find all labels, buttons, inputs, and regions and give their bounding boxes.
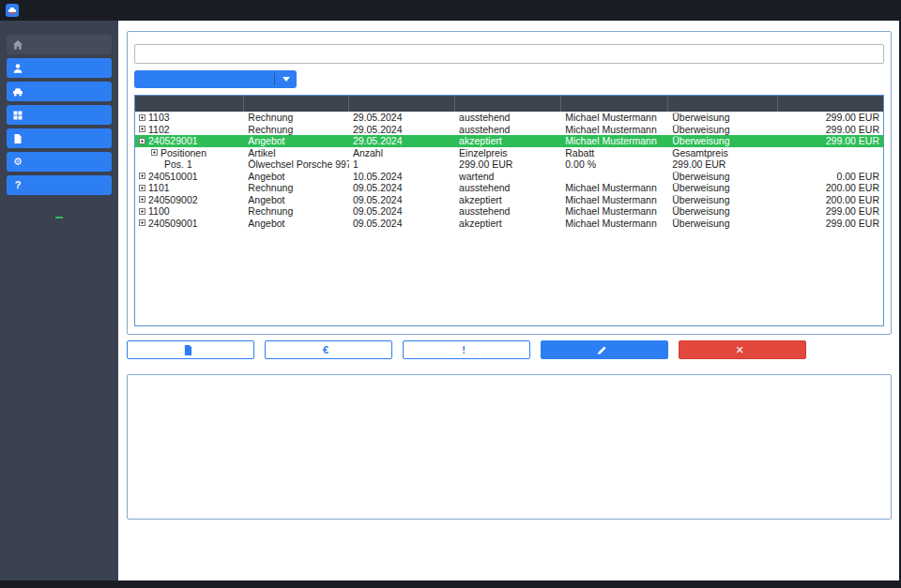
expander-icon[interactable]: [139, 208, 145, 215]
cell-payment-method: Überweisung: [668, 182, 778, 194]
table-body: 1103 Rechnung 29.05.2024 ausstehend Mich…: [135, 112, 883, 229]
cell-date: 09.05.2024: [349, 218, 455, 230]
table-row[interactable]: 240509001 Angebot 09.05.2024 akzeptiert …: [135, 218, 883, 230]
cell-document-number: 1103: [148, 112, 170, 123]
accept-button[interactable]: €: [265, 340, 392, 359]
cell-document-type: Rechnung: [244, 182, 349, 194]
expander-icon[interactable]: [139, 219, 145, 226]
car-icon: [12, 86, 23, 98]
cell-document-number: 240509002: [148, 194, 198, 205]
cell-amount: 200.00 EUR: [778, 194, 883, 206]
sidebar-header: [0, 21, 118, 33]
sidebar-item-ueber-hilfe[interactable]: ?: [7, 175, 112, 195]
cell-payment-method: Überweisung: [668, 112, 778, 124]
table-row[interactable]: 240509002 Angebot 09.05.2024 akzeptiert …: [135, 194, 883, 206]
status-filter-dropdown[interactable]: [134, 70, 297, 88]
expander-icon[interactable]: [139, 173, 145, 179]
cell-date: 1: [349, 158, 455, 171]
expander-icon[interactable]: [151, 149, 158, 156]
sidebar-item-fahrzeuge[interactable]: [7, 82, 112, 101]
expander-icon[interactable]: [139, 138, 145, 144]
close-button[interactable]: [871, 0, 901, 21]
column-header[interactable]: [135, 96, 244, 112]
cell-amount: 299.00 EUR: [778, 218, 883, 230]
cell-document-type: Rechnung: [244, 205, 349, 218]
window-footer: [0, 580, 901, 588]
create-invoice-button[interactable]: [541, 340, 668, 359]
table-row[interactable]: 1101 Rechnung 09.05.2024 ausstehend Mich…: [135, 182, 883, 194]
cell-document-type: Rechnung: [244, 112, 349, 124]
sidebar-item-artikel[interactable]: [7, 105, 112, 125]
app-window: ⚙ ?: [0, 0, 901, 588]
cell-status: 299.00 EUR: [455, 158, 561, 171]
grid-icon: [12, 110, 23, 121]
pdf-create-button[interactable]: [127, 340, 254, 359]
pdf-document-icon: [184, 345, 192, 355]
column-header[interactable]: [778, 96, 883, 112]
table-row[interactable]: Positionen Artikel Anzahl Einzelpreis Ra…: [135, 147, 883, 159]
minimize-button[interactable]: [811, 0, 841, 21]
cell-recipient: Rabatt: [561, 147, 668, 159]
cell-payment-method: Gesamtpreis: [668, 147, 778, 159]
column-header[interactable]: [349, 96, 455, 112]
maximize-button[interactable]: [841, 0, 871, 21]
sidebar-item-dokument[interactable]: [7, 128, 112, 148]
table-row[interactable]: 1103 Rechnung 29.05.2024 ausstehend Mich…: [135, 112, 883, 124]
cell-recipient: Michael Mustermann: [561, 194, 668, 206]
cell-status: akzeptiert: [455, 135, 561, 147]
cell-document-type: Angebot: [244, 135, 349, 147]
cell-status: Einzelpreis: [455, 147, 561, 159]
cell-recipient: [561, 171, 668, 183]
cell-document-number: 240510001: [148, 171, 198, 182]
sidebar-item-uebersicht[interactable]: [7, 35, 112, 54]
sidebar-item-einstellungen[interactable]: ⚙: [7, 152, 112, 172]
cell-date: 10.05.2024: [349, 171, 455, 183]
expander-icon[interactable]: [139, 126, 145, 132]
table-header: [135, 96, 883, 112]
cell-date: 29.05.2024: [349, 112, 455, 124]
cell-document-number: 1100: [148, 205, 170, 217]
main-row: ⚙ ?: [0, 21, 901, 580]
expander-icon[interactable]: [139, 114, 145, 121]
cell-date: Anzahl: [349, 147, 455, 159]
column-header[interactable]: [561, 96, 668, 112]
cell-date: 09.05.2024: [349, 194, 455, 206]
cell-amount: 0.00 EUR: [778, 171, 883, 183]
expander-icon[interactable]: [139, 185, 145, 191]
delete-button[interactable]: ✕: [679, 340, 806, 359]
window-controls: [811, 0, 901, 21]
overview-group: [127, 374, 892, 520]
cell-document-number: Pos. 1: [164, 158, 192, 170]
table-row[interactable]: 1102 Rechnung 29.05.2024 ausstehend Mich…: [135, 124, 883, 136]
column-header[interactable]: [668, 96, 778, 112]
cell-status: wartend: [455, 171, 561, 183]
column-header[interactable]: [455, 96, 561, 112]
document-icon: [12, 133, 23, 144]
chevron-down-icon: [274, 73, 297, 85]
cell-payment-method: Überweisung: [668, 124, 778, 136]
document-table: 1103 Rechnung 29.05.2024 ausstehend Mich…: [134, 95, 884, 326]
cell-recipient: Michael Mustermann: [561, 205, 668, 218]
cell-amount: 299.00 EUR: [778, 205, 883, 218]
expander-icon[interactable]: [139, 196, 145, 203]
table-row[interactable]: 240510001 Angebot 10.05.2024 wartend Übe…: [135, 171, 883, 183]
table-row[interactable]: Pos. 1 Ölwechsel Porsche 997 nach 1 299.…: [135, 158, 883, 171]
sidebar-item-kunden[interactable]: [7, 58, 112, 78]
cell-payment-method: 299.00 EUR: [668, 158, 778, 171]
decline-button[interactable]: !: [403, 340, 530, 359]
cell-document-number: 240509001: [148, 218, 198, 229]
table-row[interactable]: 240529001 Angebot 29.05.2024 akzeptiert …: [135, 135, 883, 147]
help-icon: ?: [12, 180, 23, 191]
cell-amount: 200.00 EUR: [778, 182, 883, 194]
cell-payment-method: Überweisung: [668, 135, 778, 147]
cell-status: ausstehend: [455, 205, 561, 218]
search-input[interactable]: [134, 44, 884, 64]
cell-document-type: Ölwechsel Porsche 997 nach: [244, 158, 349, 171]
table-row[interactable]: 1100 Rechnung 09.05.2024 ausstehend Mich…: [135, 205, 883, 218]
exclamation-icon: !: [462, 345, 466, 355]
titlebar: [0, 0, 901, 21]
column-header[interactable]: [244, 96, 349, 112]
action-bar: € ! ✕: [127, 340, 892, 359]
cell-document-type: Artikel: [244, 147, 349, 159]
close-x-icon: ✕: [735, 345, 743, 355]
